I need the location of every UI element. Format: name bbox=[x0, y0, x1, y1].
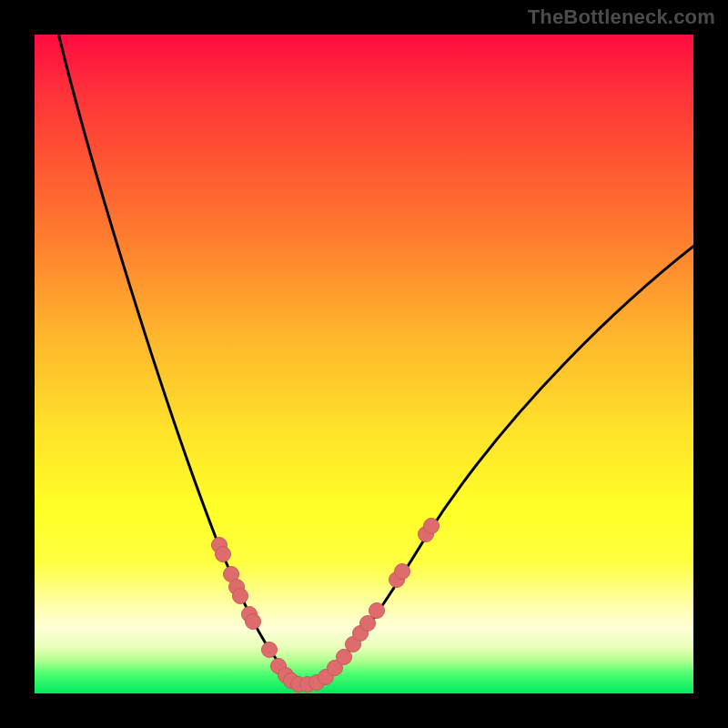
data-point bbox=[369, 603, 385, 619]
plot-area bbox=[35, 35, 693, 693]
watermark-text: TheBottleneck.com bbox=[528, 5, 715, 29]
outer-frame: TheBottleneck.com bbox=[0, 0, 728, 728]
data-point bbox=[216, 547, 231, 562]
data-point bbox=[262, 642, 278, 658]
data-point bbox=[424, 519, 440, 534]
data-point bbox=[360, 616, 376, 632]
data-point bbox=[233, 589, 248, 604]
data-point bbox=[395, 564, 410, 580]
curve-left-branch bbox=[56, 35, 300, 684]
data-point bbox=[246, 614, 261, 630]
curve-layer bbox=[35, 35, 693, 693]
bottleneck-curve bbox=[56, 35, 693, 684]
curve-right-branch bbox=[300, 242, 693, 684]
data-point bbox=[337, 650, 352, 665]
